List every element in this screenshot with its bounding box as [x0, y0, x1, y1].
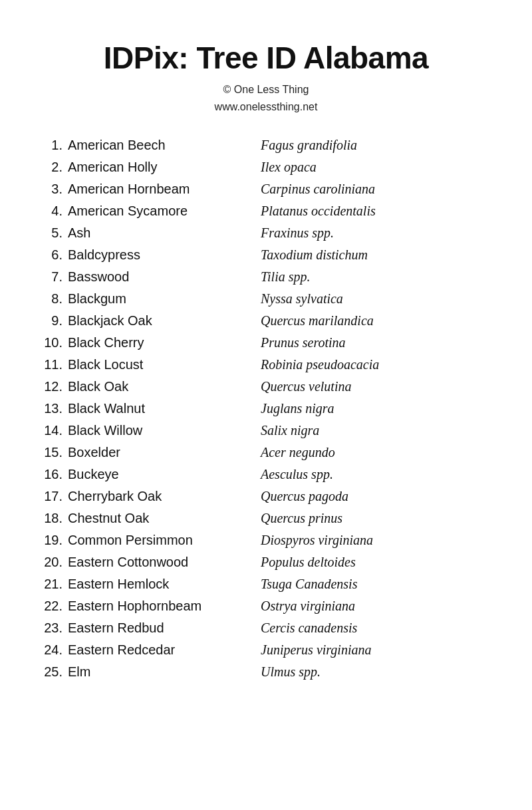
list-item: 17.Cherrybark OakQuercus pagoda: [40, 486, 492, 507]
tree-scientific-name: Platanus occidentalis: [254, 201, 376, 221]
tree-number: 4.: [40, 201, 68, 221]
tree-number: 10.: [40, 333, 68, 353]
list-item: 20.Eastern CottonwoodPopulus deltoides: [40, 552, 492, 573]
tree-scientific-name: Robinia pseudoacacia: [254, 354, 379, 375]
tree-common-name: Black Oak: [68, 376, 254, 397]
list-item: 7.BasswoodTilia spp.: [40, 267, 492, 287]
tree-scientific-name: Aesculus spp.: [254, 464, 333, 485]
tree-number: 23.: [40, 618, 68, 638]
list-item: 4.American SycamorePlatanus occidentalis: [40, 201, 492, 221]
tree-number: 1.: [40, 135, 68, 156]
list-item: 19.Common PersimmonDiospyros virginiana: [40, 530, 492, 551]
tree-list: 1.American BeechFagus grandifolia2.Ameri…: [40, 135, 492, 682]
list-item: 23.Eastern RedbudCercis canadensis: [40, 618, 492, 638]
tree-common-name: Blackgum: [68, 289, 254, 309]
tree-common-name: Eastern Redcedar: [68, 640, 254, 660]
tree-number: 24.: [40, 640, 68, 660]
tree-scientific-name: Ulmus spp.: [254, 662, 321, 682]
tree-common-name: Elm: [68, 662, 254, 682]
list-item: 9.Blackjack OakQuercus marilandica: [40, 311, 492, 331]
tree-scientific-name: Juniperus virginiana: [254, 640, 371, 660]
tree-number: 5.: [40, 223, 68, 243]
tree-common-name: Boxelder: [68, 442, 254, 463]
list-item: 15.BoxelderAcer negundo: [40, 442, 492, 463]
tree-scientific-name: Carpinus caroliniana: [254, 179, 375, 200]
tree-scientific-name: Quercus velutina: [254, 376, 351, 397]
list-item: 16.BuckeyeAesculus spp.: [40, 464, 492, 485]
tree-number: 7.: [40, 267, 68, 287]
list-item: 21.Eastern HemlockTsuga Canadensis: [40, 574, 492, 595]
tree-number: 20.: [40, 552, 68, 573]
tree-common-name: Black Walnut: [68, 398, 254, 419]
tree-number: 6.: [40, 245, 68, 265]
tree-common-name: Eastern Hophornbeam: [68, 596, 254, 616]
list-item: 25.ElmUlmus spp.: [40, 662, 492, 682]
tree-number: 2.: [40, 157, 68, 178]
tree-number: 21.: [40, 574, 68, 595]
tree-common-name: American Sycamore: [68, 201, 254, 221]
tree-scientific-name: Juglans nigra: [254, 398, 334, 419]
tree-number: 3.: [40, 179, 68, 200]
tree-common-name: Black Willow: [68, 420, 254, 441]
tree-scientific-name: Fraxinus spp.: [254, 223, 334, 243]
list-item: 24.Eastern RedcedarJuniperus virginiana: [40, 640, 492, 660]
tree-scientific-name: Diospyros virginiana: [254, 530, 373, 551]
tree-common-name: Eastern Cottonwood: [68, 552, 254, 573]
tree-scientific-name: Fagus grandifolia: [254, 135, 357, 156]
tree-number: 14.: [40, 420, 68, 441]
tree-common-name: Eastern Redbud: [68, 618, 254, 638]
subtitle: © One Less Thing www.onelessthing.net: [40, 81, 492, 115]
list-item: 5.AshFraxinus spp.: [40, 223, 492, 243]
tree-number: 13.: [40, 398, 68, 419]
tree-scientific-name: Acer negundo: [254, 442, 335, 463]
tree-common-name: Black Locust: [68, 354, 254, 375]
tree-scientific-name: Ilex opaca: [254, 157, 317, 178]
list-item: 18.Chestnut OakQuercus prinus: [40, 508, 492, 529]
tree-scientific-name: Tsuga Canadensis: [254, 574, 357, 595]
list-item: 14.Black WillowSalix nigra: [40, 420, 492, 441]
tree-common-name: Blackjack Oak: [68, 311, 254, 331]
list-item: 8.BlackgumNyssa sylvatica: [40, 289, 492, 309]
tree-common-name: Cherrybark Oak: [68, 486, 254, 507]
tree-common-name: Buckeye: [68, 464, 254, 485]
list-item: 11.Black LocustRobinia pseudoacacia: [40, 354, 492, 375]
list-item: 2.American HollyIlex opaca: [40, 157, 492, 178]
tree-number: 15.: [40, 442, 68, 463]
list-item: 3.American HornbeamCarpinus caroliniana: [40, 179, 492, 200]
tree-common-name: Baldcypress: [68, 245, 254, 265]
list-item: 10.Black CherryPrunus serotina: [40, 333, 492, 353]
tree-scientific-name: Taxodium distichum: [254, 245, 368, 265]
tree-number: 12.: [40, 376, 68, 397]
tree-common-name: Basswood: [68, 267, 254, 287]
tree-common-name: American Hornbeam: [68, 179, 254, 200]
list-item: 22.Eastern HophornbeamOstrya virginiana: [40, 596, 492, 616]
tree-scientific-name: Salix nigra: [254, 420, 319, 441]
tree-scientific-name: Quercus marilandica: [254, 311, 374, 331]
page-title: IDPix: Tree ID Alabama: [40, 40, 492, 76]
list-item: 13.Black WalnutJuglans nigra: [40, 398, 492, 419]
tree-number: 9.: [40, 311, 68, 331]
tree-number: 25.: [40, 662, 68, 682]
list-item: 6.BaldcypressTaxodium distichum: [40, 245, 492, 265]
tree-number: 8.: [40, 289, 68, 309]
list-item: 12.Black OakQuercus velutina: [40, 376, 492, 397]
tree-number: 17.: [40, 486, 68, 507]
tree-scientific-name: Prunus serotina: [254, 333, 346, 353]
tree-number: 11.: [40, 354, 68, 375]
tree-number: 22.: [40, 596, 68, 616]
tree-scientific-name: Cercis canadensis: [254, 618, 357, 638]
tree-common-name: Chestnut Oak: [68, 508, 254, 529]
website-text: www.onelessthing.net: [40, 98, 492, 116]
tree-scientific-name: Nyssa sylvatica: [254, 289, 343, 309]
tree-number: 18.: [40, 508, 68, 529]
tree-number: 19.: [40, 530, 68, 551]
tree-scientific-name: Quercus prinus: [254, 508, 342, 529]
tree-common-name: Eastern Hemlock: [68, 574, 254, 595]
tree-common-name: American Holly: [68, 157, 254, 178]
tree-common-name: Ash: [68, 223, 254, 243]
copyright-text: © One Less Thing: [40, 81, 492, 98]
tree-scientific-name: Tilia spp.: [254, 267, 310, 287]
tree-number: 16.: [40, 464, 68, 485]
tree-common-name: Common Persimmon: [68, 530, 254, 551]
tree-scientific-name: Quercus pagoda: [254, 486, 348, 507]
